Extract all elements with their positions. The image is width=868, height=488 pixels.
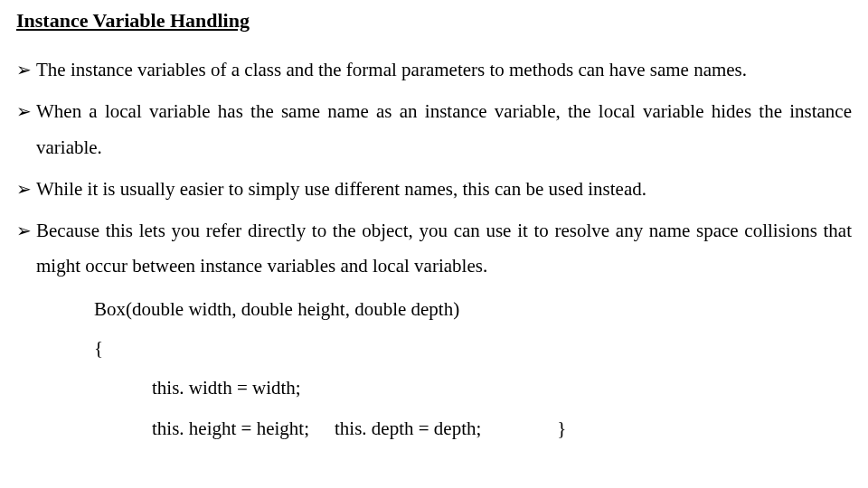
code-block: Box(double width, double height, double …: [16, 290, 852, 447]
code-fragment: this. depth = depth;: [335, 408, 481, 448]
chevron-right-icon: ➢: [16, 52, 32, 87]
code-fragment: this. height = height;: [152, 408, 309, 448]
section-heading: Instance Variable Handling: [16, 9, 852, 33]
code-signature: Box(double width, double height, double …: [94, 290, 852, 329]
code-line: this. width = width;: [152, 368, 852, 408]
bullet-text: When a local variable has the same name …: [36, 100, 852, 158]
bullet-text: While it is usually easier to simply use…: [36, 178, 646, 200]
bullet-text: The instance variables of a class and th…: [36, 59, 747, 80]
bullet-item: ➢ When a local variable has the same nam…: [16, 94, 852, 166]
bullet-list: ➢ The instance variables of a class and …: [16, 52, 852, 285]
code-open-brace: {: [94, 329, 852, 368]
code-statements: this. width = width; this. height = heig…: [94, 368, 852, 447]
chevron-right-icon: ➢: [16, 172, 32, 206]
code-line: this. height = height; this. depth = dep…: [152, 408, 852, 448]
bullet-item: ➢ While it is usually easier to simply u…: [16, 172, 852, 208]
code-close-brace: }: [557, 408, 566, 448]
chevron-right-icon: ➢: [16, 213, 32, 248]
document-page: Instance Variable Handling ➢ The instanc…: [0, 0, 868, 448]
bullet-item: ➢ The instance variables of a class and …: [16, 52, 852, 89]
chevron-right-icon: ➢: [16, 94, 32, 128]
bullet-item: ➢ Because this lets you refer directly t…: [16, 213, 852, 286]
bullet-text: Because this lets you refer directly to …: [36, 220, 852, 277]
